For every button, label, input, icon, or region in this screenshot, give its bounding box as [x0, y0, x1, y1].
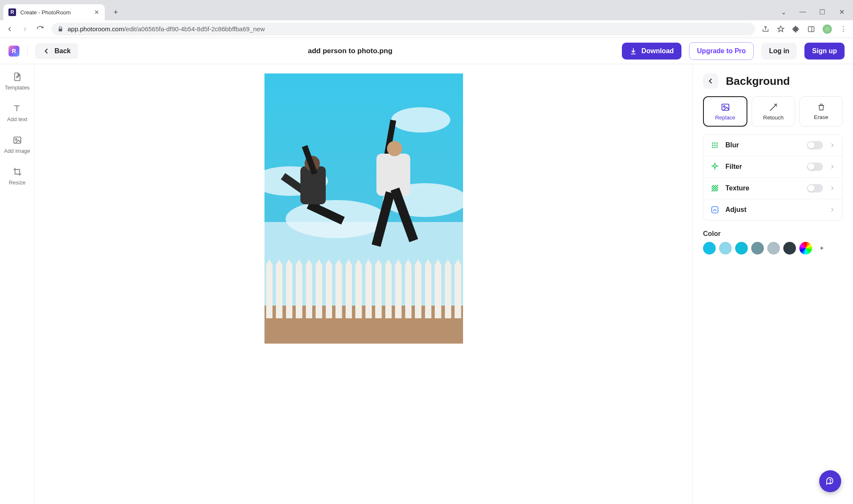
svg-point-12 [716, 144, 717, 146]
color-swatch[interactable] [751, 242, 764, 255]
tool-rail: Templates Add text Add image Resize [0, 64, 35, 504]
url-host: app.photoroom.com [68, 25, 124, 33]
login-button-label: Log in [769, 47, 789, 55]
color-swatch[interactable] [735, 242, 748, 255]
panel-back-button[interactable] [703, 73, 718, 89]
filter-icon [710, 162, 719, 171]
kebab-menu-icon[interactable]: ⋮ [839, 25, 847, 33]
option-label: Filter [725, 163, 801, 171]
star-icon[interactable] [777, 25, 785, 33]
sidepanel-icon[interactable] [807, 25, 815, 33]
profile-avatar[interactable] [823, 24, 832, 34]
url-path: /edit/a06565fa-df90-4b54-8d5f-2c86bbffba… [124, 25, 264, 33]
share-icon[interactable] [762, 25, 769, 33]
login-button[interactable]: Log in [761, 43, 797, 60]
svg-rect-4 [722, 104, 729, 110]
browser-back-button[interactable] [6, 25, 14, 33]
sparkle-icon [769, 103, 778, 112]
chevron-right-icon [829, 142, 836, 149]
option-label: Blur [725, 141, 801, 149]
option-label: Texture [725, 184, 801, 192]
rail-item-label: Templates [5, 84, 30, 91]
adjust-icon [710, 205, 719, 214]
chevron-right-icon [829, 206, 836, 213]
action-erase[interactable]: Erase [799, 96, 843, 127]
upgrade-button-label: Upgrade to Pro [697, 47, 746, 55]
filename-label: add person to photo.png [308, 47, 392, 55]
color-swatches: + [703, 242, 843, 255]
tab-title: Create - PhotoRoom [20, 9, 94, 16]
texture-toggle[interactable] [807, 184, 823, 192]
panel-title: Background [726, 75, 790, 88]
extensions-icon[interactable] [792, 25, 800, 33]
svg-point-9 [716, 142, 717, 144]
app-logo[interactable]: R [8, 46, 19, 57]
new-tab-button[interactable]: + [110, 6, 122, 18]
browser-forward-button[interactable] [21, 25, 30, 33]
canvas-image[interactable] [264, 73, 463, 344]
crop-icon [12, 167, 22, 177]
inspector-panel: Background Replace Retouch Erase [692, 64, 853, 504]
image-icon [12, 135, 22, 145]
download-button[interactable]: Download [622, 43, 681, 60]
color-swatch[interactable] [767, 242, 780, 255]
svg-point-5 [723, 106, 725, 107]
svg-point-11 [714, 144, 715, 146]
browser-tab[interactable]: R Create - PhotoRoom ✕ [3, 4, 105, 20]
rail-add-text[interactable]: Add text [7, 103, 27, 122]
action-label: Replace [715, 114, 736, 121]
url-bar[interactable]: app.photoroom.com/edit/a06565fa-df90-4b5… [52, 23, 755, 35]
svg-point-14 [714, 146, 715, 148]
window-maximize-icon[interactable]: ☐ [818, 8, 826, 16]
blur-icon [710, 141, 719, 150]
blur-toggle[interactable] [807, 141, 823, 149]
color-swatch[interactable] [783, 242, 796, 255]
color-swatch[interactable] [719, 242, 732, 255]
option-adjust[interactable]: Adjust [703, 199, 842, 220]
window-minimize-icon[interactable]: — [799, 8, 807, 16]
action-label: Erase [814, 114, 828, 120]
svg-point-17 [830, 482, 830, 483]
browser-address-bar: app.photoroom.com/edit/a06565fa-df90-4b5… [0, 20, 853, 38]
signup-button[interactable]: Sign up [804, 43, 845, 60]
action-retouch[interactable]: Retouch [752, 96, 795, 127]
svg-rect-0 [808, 27, 814, 32]
browser-tabstrip: R Create - PhotoRoom ✕ + ⌄ — ☐ ✕ [0, 0, 853, 20]
favicon: R [8, 8, 16, 16]
option-label: Adjust [725, 206, 823, 214]
upgrade-button[interactable]: Upgrade to Pro [689, 42, 754, 60]
signup-button-label: Sign up [812, 47, 837, 55]
browser-reload-button[interactable] [36, 25, 45, 33]
app-header: R Back add person to photo.png Download … [0, 38, 853, 64]
action-label: Retouch [763, 114, 783, 121]
back-button-label: Back [55, 47, 71, 55]
back-button[interactable]: Back [35, 43, 78, 59]
chevron-right-icon [829, 163, 836, 170]
rail-item-label: Add text [7, 116, 27, 122]
color-picker-swatch[interactable] [799, 242, 812, 255]
close-icon[interactable]: ✕ [94, 9, 100, 16]
url-text: app.photoroom.com/edit/a06565fa-df90-4b5… [68, 25, 265, 33]
action-replace[interactable]: Replace [703, 96, 747, 127]
rail-templates[interactable]: Templates [5, 72, 30, 91]
rail-resize[interactable]: Resize [9, 167, 26, 186]
option-filter[interactable]: Filter [703, 156, 842, 178]
svg-point-13 [712, 146, 713, 148]
help-fab[interactable] [819, 470, 841, 492]
color-swatch[interactable] [703, 242, 716, 255]
add-color-button[interactable]: + [815, 242, 828, 255]
window-close-icon[interactable]: ✕ [838, 8, 845, 16]
svg-point-15 [716, 146, 717, 148]
option-texture[interactable]: Texture [703, 178, 842, 199]
option-blur[interactable]: Blur [703, 135, 842, 156]
svg-point-8 [714, 142, 715, 144]
download-button-label: Download [641, 47, 673, 55]
rail-add-image[interactable]: Add image [4, 135, 30, 154]
svg-point-3 [15, 138, 17, 140]
svg-point-6 [775, 105, 776, 105]
lock-icon [57, 26, 63, 32]
chevron-down-icon[interactable]: ⌄ [779, 8, 787, 16]
trash-icon [817, 103, 826, 111]
canvas-area[interactable] [35, 64, 692, 504]
filter-toggle[interactable] [807, 163, 823, 171]
